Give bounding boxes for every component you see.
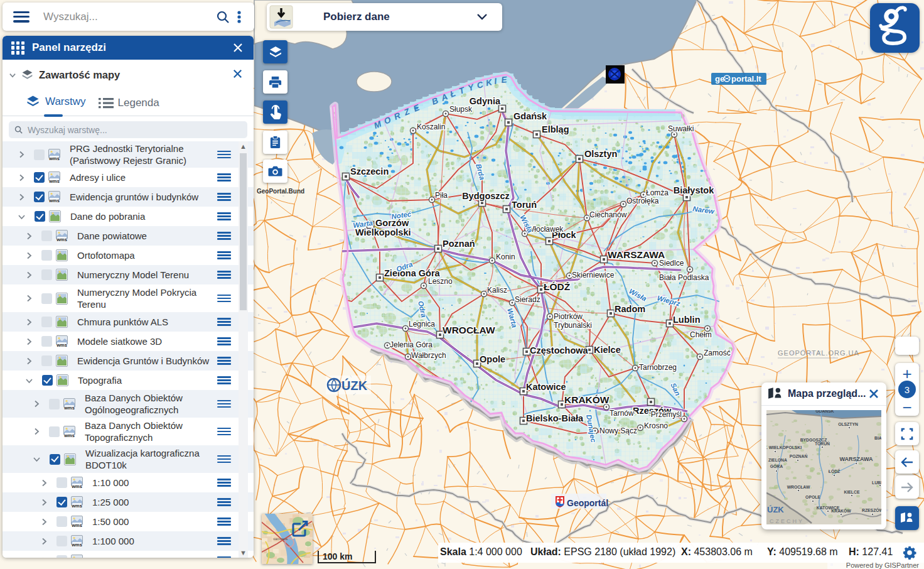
svg-text:Radom: Radom (615, 304, 645, 314)
svg-text:Częstochowa: Częstochowa (530, 345, 589, 355)
svg-text:Jelenia Góra: Jelenia Góra (390, 340, 432, 349)
svg-text:portal.lt: portal.lt (731, 74, 761, 84)
svg-text:TORUŃ: TORUŃ (815, 441, 830, 446)
svg-text:WARSZAWA: WARSZAWA (608, 249, 665, 260)
svg-text:GDAŃSK: GDAŃSK (815, 410, 834, 413)
svg-text:KRAKÓW: KRAKÓW (564, 394, 610, 405)
svg-text:Łomża: Łomża (646, 188, 669, 197)
svg-text:Bydgoszcz: Bydgoszcz (462, 191, 510, 201)
svg-text:Katowice: Katowice (526, 382, 566, 392)
svg-text:wms: wms (48, 198, 60, 203)
svg-text:Piła: Piła (435, 191, 448, 200)
svg-text:WARSZAWA: WARSZAWA (840, 456, 873, 462)
svg-text:GÓRA: GÓRA (770, 463, 783, 469)
svg-text:Elbląg: Elbląg (542, 124, 569, 134)
svg-text:wms: wms (48, 156, 60, 161)
svg-text:GeoPortal.Bund: GeoPortal.Bund (257, 188, 304, 195)
svg-text:KIELCE: KIELCE (844, 490, 860, 494)
svg-text:ÚZK: ÚZK (341, 378, 368, 393)
svg-text:Piotrków: Piotrków (554, 312, 583, 321)
svg-text:Suwałki: Suwałki (668, 124, 694, 133)
svg-text:Kalisz: Kalisz (487, 286, 507, 295)
svg-text:Wałbrzych: Wałbrzych (411, 351, 446, 360)
svg-text:Zamość: Zamość (704, 349, 731, 357)
svg-text:Leszno: Leszno (428, 277, 453, 286)
svg-text:ŁÓDŹ: ŁÓDŹ (829, 469, 841, 474)
svg-text:Lublin: Lublin (673, 315, 701, 325)
svg-text:OLSZTYN: OLSZTYN (838, 422, 858, 426)
svg-text:Sieradz: Sieradz (515, 295, 540, 304)
svg-text:Chełm: Chełm (690, 330, 712, 339)
svg-text:wms: wms (71, 503, 82, 508)
svg-text:Geoportál: Geoportál (567, 498, 608, 508)
svg-text:WROCŁAW: WROCŁAW (787, 485, 810, 489)
svg-text:Poznań: Poznań (443, 239, 475, 249)
svg-text:GEOPORTAL.ORG.UA: GEOPORTAL.ORG.UA (778, 349, 859, 357)
svg-text:BIAŁ: BIAŁ (874, 436, 881, 440)
svg-text:Gdynia: Gdynia (470, 96, 501, 106)
svg-text:WARSZAWA: WARSZAWA (273, 538, 287, 541)
svg-text:Tarnobrzeg: Tarnobrzeg (639, 363, 677, 372)
svg-text:Tarnów: Tarnów (610, 409, 634, 418)
svg-text:POZNAŃ: POZNAŃ (790, 453, 808, 458)
svg-text:CZECHY: CZECHY (770, 518, 804, 524)
svg-text:Toruń: Toruń (512, 200, 537, 210)
svg-text:LUBLI: LUBLI (872, 480, 881, 485)
svg-text:ge: ge (715, 74, 724, 84)
svg-text:ZIELONA: ZIELONA (768, 458, 787, 462)
svg-text:Przemyśl: Przemyśl (651, 410, 682, 419)
svg-text:Słupsk: Słupsk (449, 105, 473, 114)
svg-text:WROCŁAW: WROCŁAW (443, 325, 495, 335)
svg-text:wms: wms (71, 542, 82, 547)
svg-text:Siedlce: Siedlce (659, 259, 684, 268)
svg-text:Skierniewice: Skierniewice (572, 271, 615, 279)
svg-text:Trybunalski: Trybunalski (554, 321, 592, 330)
svg-text:Wielkopolski: Wielkopolski (355, 227, 411, 237)
svg-text:wms: wms (71, 484, 82, 489)
svg-text:Bielsko-Biała: Bielsko-Biała (526, 413, 584, 423)
svg-text:Olsztyn: Olsztyn (584, 149, 617, 159)
svg-text:Nowy Sącz: Nowy Sącz (599, 426, 637, 435)
svg-text:wms: wms (63, 405, 75, 410)
svg-text:OPOLE: OPOLE (805, 495, 820, 499)
svg-text:Konin: Konin (496, 252, 515, 261)
svg-text:ŁÓDŹ: ŁÓDŹ (544, 281, 571, 292)
svg-text:Opole: Opole (480, 354, 505, 364)
svg-text:Gdańsk: Gdańsk (513, 111, 547, 121)
svg-text:KRAKÓW: KRAKÓW (831, 508, 851, 513)
svg-text:Ciechanów: Ciechanów (589, 210, 627, 219)
svg-text:wms: wms (71, 523, 82, 528)
svg-text:W. WIELKOPOLSKI: W. WIELKOPOLSKI (766, 445, 802, 450)
svg-text:ÚZK: ÚZK (767, 505, 784, 514)
svg-text:Legnica: Legnica (409, 320, 435, 328)
svg-text:Biała Podlaska: Biała Podlaska (659, 273, 709, 282)
svg-text:Szczecin: Szczecin (350, 166, 389, 176)
svg-text:Krosno: Krosno (644, 421, 668, 430)
svg-text:Koszalin: Koszalin (417, 122, 445, 131)
svg-text:wms: wms (48, 178, 60, 183)
svg-text:Białystok: Białystok (674, 185, 714, 195)
svg-text:Kielce: Kielce (594, 345, 621, 355)
svg-text:RZESZÓW: RZESZÓW (862, 507, 881, 512)
svg-text:wms: wms (63, 433, 75, 438)
svg-text:wms: wms (56, 342, 67, 347)
svg-text:wms: wms (56, 237, 67, 242)
svg-text:Ostrołęka: Ostrołęka (626, 197, 659, 205)
